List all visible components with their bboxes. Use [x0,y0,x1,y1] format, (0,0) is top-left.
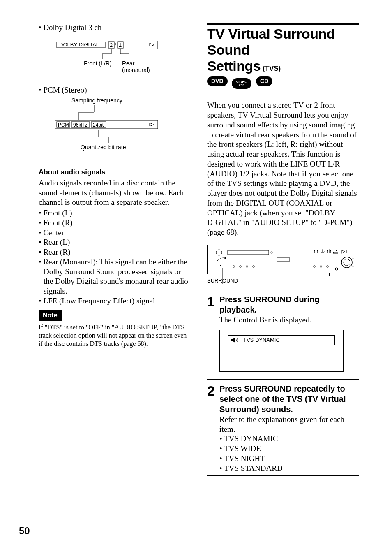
sampling-label: Sampling frequency [71,97,122,104]
svg-point-52 [320,266,322,267]
dvd-player-icon [207,245,359,274]
svg-rect-55 [231,339,233,341]
pcm-label: PCM [58,122,69,128]
section-bar [207,23,359,25]
page: • Dolby Digital 3 ch DOLBY DIGITAL 2 / 1 [0,0,392,556]
svg-marker-18 [150,123,154,126]
title-tvs: (TVS) [263,65,281,72]
step-divider [207,475,359,476]
step-2-item: • TVS WIDE [219,444,359,454]
right-column: TV Virtual Surround Sound Settings (TVS)… [207,23,359,478]
title-line1: TV Virtual Surround Sound [207,26,335,58]
control-bar-text: TVS DYNAMIC [243,337,280,343]
svg-rect-14 [55,120,158,129]
step-2-item: • TVS NIGHT [219,454,359,463]
note-text: If "DTS" is set to "OFF" in "AUDIO SETUP… [39,323,191,348]
step-number: 1 [207,294,216,308]
step-1: 1 Press SURROUND during playback. The Co… [207,294,359,372]
svg-marker-40 [333,250,338,253]
svg-marker-4 [150,43,154,46]
pcm-diagram: Sampling frequency PCM 96kHz 24bit Quan [51,97,191,160]
step-2-item: • TVS DYNAMIC [219,434,359,444]
list-item: • Rear (Monaural): This signal can be ei… [39,257,191,296]
dolby-diagram: DOLBY DIGITAL 2 / 1 Front (L/R) Rear [51,41,191,84]
svg-point-47 [353,258,354,259]
step-divider [207,290,359,290]
step-1-body: The Control Bar is displayed. [219,315,359,325]
page-number: 50 [19,525,30,537]
svg-point-30 [233,266,235,267]
svg-rect-25 [228,250,269,255]
dolby-rear-label: Rear [122,60,135,67]
section-title: TV Virtual Surround Sound Settings (TVS) [207,26,359,74]
surround-callout: SURROUND [207,278,359,284]
speaker-icon [231,337,240,343]
svg-point-29 [220,265,221,266]
list-item: • Rear (R) [39,247,191,257]
format-pills: DVD VIDEOCD CD [207,76,359,89]
about-audio-body: Audio signals recorded in a disc contain… [39,178,191,207]
svg-marker-42 [341,250,345,253]
svg-point-26 [271,252,272,253]
list-item: • LFE (Low Frequency Effect) signal [39,296,191,306]
svg-point-32 [246,266,248,267]
dolby-mono-label: (monaural) [122,67,150,73]
qbr-label: Quantized bit rate [81,144,126,151]
pill-dvd: DVD [207,76,228,86]
svg-marker-56 [233,338,235,343]
about-audio-title: About audio signals [39,168,191,176]
left-column: • Dolby Digital 3 ch DOLBY DIGITAL 2 / 1 [39,23,191,478]
svg-point-33 [253,266,254,267]
pill-cd: CD [256,76,272,86]
step-1-title: Press SURROUND during playback. [219,294,359,315]
step-2: 2 Press SURROUND repeatedly to select on… [207,384,359,473]
list-item: • Front (R) [39,218,191,228]
list-item: • Rear (L) [39,237,191,247]
list-item: • Front (L) [39,208,191,218]
svg-point-31 [240,266,241,267]
dolby-slash: / [115,42,116,48]
svg-point-45 [341,257,352,268]
step-2-item: • TVS STANDARD [219,463,359,473]
pcm-diagram-svg: Sampling frequency PCM 96kHz 24bit Quan [51,97,166,158]
svg-marker-28 [224,257,226,259]
control-bar-figure: TVS DYNAMIC [219,330,344,372]
channel-list: • Front (L) • Front (R) • Center • Rear … [39,208,191,306]
svg-point-46 [344,259,350,266]
intro-paragraph: When you connect a stereo TV or 2 front … [207,100,359,237]
pill-videocd: VIDEOCD [232,78,251,89]
dolby-box-label: DOLBY DIGITAL [59,42,99,48]
step-2-title: Press SURROUND repeatedly to select one … [219,384,359,415]
dolby-front-label: Front (L/R) [84,60,112,67]
dolby-n1: 2 [110,42,113,48]
svg-rect-27 [277,257,289,262]
svg-point-53 [327,266,328,267]
pcm-freq: 96kHz [73,122,87,128]
dolby-diagram-svg: DOLBY DIGITAL 2 / 1 Front (L/R) Rear [51,41,166,82]
pcm-bit: 24bit [93,122,104,128]
step-divider [207,379,359,380]
dolby-n2: 1 [119,42,122,48]
columns: • Dolby Digital 3 ch DOLBY DIGITAL 2 / 1 [39,23,359,478]
list-item: • Center [39,228,191,238]
svg-point-51 [314,266,315,267]
pcm-stereo-line: • PCM (Stereo) [39,85,191,95]
step-number: 2 [207,384,216,398]
title-line2: Settings [207,58,261,74]
svg-point-48 [353,266,354,267]
player-figure: SURROUND [207,245,359,284]
note-label: Note [39,310,62,321]
step-2-body: Refer to the explanations given for each… [219,415,359,434]
dolby-3ch-line: • Dolby Digital 3 ch [39,23,191,32]
